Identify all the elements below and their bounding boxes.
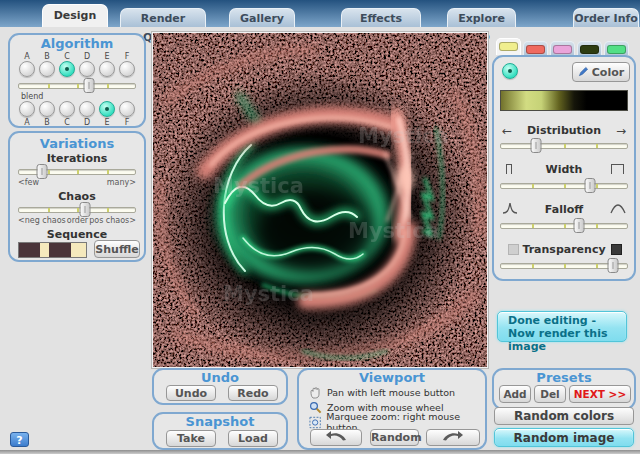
done-editing-line2: Now render this image <box>508 327 626 353</box>
snapshot-panel: Snapshot Take Load <box>152 412 288 450</box>
pan-hint: Pan with left mouse button <box>309 385 455 399</box>
algorithm1-radio-b[interactable] <box>39 61 55 77</box>
fractal-art: Mystica Mystica Mystica Mystica <box>153 33 487 367</box>
random-viewport-button[interactable]: Random <box>370 429 419 446</box>
iterations-min-label: <few <box>18 178 39 187</box>
color-picker-pen-icon <box>578 66 589 77</box>
dark-square-icon <box>611 244 622 255</box>
help-button[interactable]: ? <box>10 432 29 447</box>
watermark-text: Mystica <box>223 282 314 306</box>
iterations-max-label: many> <box>107 178 136 187</box>
tab-gallery[interactable]: Gallery <box>229 8 295 27</box>
arrow-right-icon[interactable]: → <box>616 125 626 137</box>
color-button[interactable]: Color <box>572 62 630 82</box>
variations-panel: Variations Iterations <few many> Chaos <… <box>8 131 146 262</box>
sequence-swatch <box>71 243 86 257</box>
algorithm1-radio-d[interactable] <box>79 61 95 77</box>
chaos-pos-label: pos chaos> <box>89 216 136 225</box>
variations-title: Variations <box>10 136 144 151</box>
rotate-right-button[interactable] <box>426 429 480 446</box>
random-image-button[interactable]: Random image <box>494 428 634 447</box>
algorithm-letter-row-2: ABCDEF <box>19 118 135 127</box>
algorithm-panel: Algorithm ABCDEF blend ABCDEF <box>8 33 146 128</box>
viewport-title: Viewport <box>299 370 485 385</box>
falloff-slider[interactable] <box>500 218 628 233</box>
transparency-slider[interactable] <box>500 258 628 273</box>
presets-panel: Presets Add Del NEXT >> <box>492 368 636 410</box>
watermark-text: Mystica <box>358 124 449 148</box>
tab-explore-3d[interactable]: Explore 3D <box>447 8 516 27</box>
blend-slider-handle[interactable] <box>83 78 94 93</box>
sequence-swatch-bar[interactable] <box>18 242 87 258</box>
falloff-slider-handle[interactable] <box>574 218 585 233</box>
algorithm1-radio-e[interactable] <box>99 61 115 77</box>
iterations-slider[interactable] <box>18 164 136 179</box>
redo-button[interactable]: Redo <box>228 385 278 401</box>
fractal-image[interactable]: Mystica Mystica Mystica Mystica <box>153 33 487 367</box>
algorithm2-radio-d[interactable] <box>79 101 95 117</box>
palette-swatch-darkgreen <box>580 45 599 54</box>
palette-swatch-pink <box>553 45 572 54</box>
hand-icon <box>309 386 322 399</box>
undo-button[interactable]: Undo <box>166 385 216 401</box>
tab-render-queue[interactable]: Render Queue <box>120 8 206 27</box>
algorithm-radio-row-2 <box>19 101 135 117</box>
algorithm2-radio-a[interactable] <box>19 101 35 117</box>
algorithm-letter-row-1: ABCDEF <box>19 52 135 61</box>
sequence-swatch <box>49 243 71 257</box>
tab-design[interactable]: Design <box>42 4 108 27</box>
smooth-bump-icon <box>610 202 626 214</box>
load-snapshot-button[interactable]: Load <box>228 430 278 447</box>
distribution-slider[interactable] <box>500 138 628 153</box>
palette-tab-3[interactable] <box>550 41 575 55</box>
tab-order-info[interactable]: Order Info <box>573 8 639 27</box>
window-bottom-edge <box>0 450 640 454</box>
width-slider[interactable] <box>500 178 628 193</box>
color-button-label: Color <box>592 66 624 79</box>
distribution-slider-handle[interactable] <box>530 138 541 153</box>
palette-tab-5[interactable] <box>604 41 629 55</box>
algorithm-radio-row-1 <box>19 61 135 77</box>
algorithm1-radio-c-selected[interactable] <box>59 61 75 77</box>
algorithm1-radio-a[interactable] <box>19 61 35 77</box>
algorithm2-radio-c[interactable] <box>59 101 75 117</box>
done-editing-line1: Done editing - <box>508 314 626 327</box>
fractal-viewport[interactable]: Mystica Mystica Mystica Mystica <box>152 32 488 368</box>
add-preset-button[interactable]: Add <box>499 385 531 403</box>
wide-band-icon <box>611 164 624 174</box>
chaos-slider[interactable] <box>18 202 136 217</box>
take-snapshot-button[interactable]: Take <box>166 430 216 447</box>
del-preset-button[interactable]: Del <box>534 385 566 403</box>
next-preset-button[interactable]: NEXT >> <box>569 385 631 403</box>
blend-label: blend <box>21 92 43 101</box>
watermark-text: Mystica <box>348 219 439 243</box>
shuffle-button[interactable]: Shuffle <box>94 240 140 258</box>
palette-active-radio[interactable] <box>502 63 518 79</box>
width-slider-handle[interactable] <box>584 178 595 193</box>
sequence-swatch <box>19 243 40 257</box>
chaos-slider-handle[interactable] <box>80 202 91 217</box>
done-editing-button[interactable]: Done editing - Now render this image <box>497 311 627 342</box>
iterations-slider-handle[interactable] <box>36 164 47 179</box>
palette-tab-4[interactable] <box>577 41 602 55</box>
palette-tab-2[interactable] <box>523 41 548 55</box>
distribution-label: Distribution <box>494 124 634 137</box>
random-colors-button[interactable]: Random colors <box>494 407 634 425</box>
rotate-left-button[interactable] <box>310 429 362 446</box>
algorithm2-radio-e-selected[interactable] <box>99 101 115 117</box>
palette-tab-1[interactable] <box>496 38 521 55</box>
magnifier-icon <box>309 401 322 414</box>
palette-swatch-green <box>607 45 626 54</box>
transparency-slider-handle[interactable] <box>607 258 618 273</box>
palette-swatch-red <box>526 45 545 54</box>
presets-title: Presets <box>494 370 634 385</box>
blend-slider[interactable] <box>18 78 136 93</box>
algorithm2-radio-b[interactable] <box>39 101 55 117</box>
algorithm1-radio-f[interactable] <box>119 61 135 77</box>
gradient-preview-bar[interactable] <box>500 90 628 111</box>
algorithm2-radio-f[interactable] <box>119 101 135 117</box>
curved-arrow-left-icon <box>325 430 347 441</box>
tab-effects[interactable]: Effects <box>341 8 421 27</box>
sequence-swatch <box>40 243 49 257</box>
undo-panel: Undo Undo Redo <box>152 368 288 405</box>
